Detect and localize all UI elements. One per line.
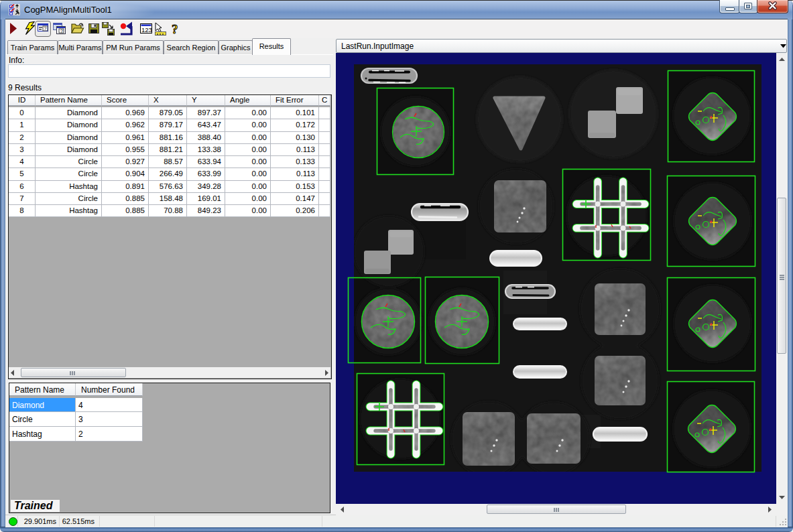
svg-text:?: ? [60,29,63,34]
svg-text:123: 123 [141,26,152,34]
svg-text:?: ? [44,26,47,31]
svg-text:?: ? [172,22,178,36]
